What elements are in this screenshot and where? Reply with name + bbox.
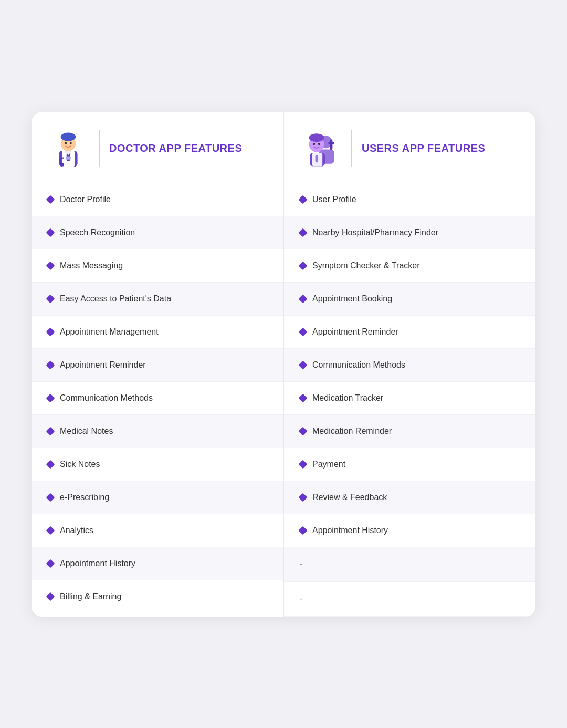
svg-rect-12 [328, 142, 334, 144]
doctor-feature-item: Analytics [32, 514, 283, 547]
users-feature-label: Payment [312, 460, 345, 469]
svg-rect-20 [316, 155, 318, 162]
users-feature-label: Appointment History [312, 526, 388, 535]
users-feature-item: Symptom Checker & Tracker [284, 249, 536, 283]
users-feature-label: Review & Feedback [312, 493, 387, 502]
doctor-feature-label: Mass Messaging [60, 261, 123, 271]
diamond-icon [299, 393, 308, 402]
users-icon [300, 128, 342, 170]
dash-placeholder: - [300, 594, 303, 605]
doctor-feature-label: Doctor Profile [60, 195, 111, 204]
diamond-icon [299, 460, 308, 469]
dash-placeholder: - [300, 559, 303, 570]
users-feature-item: Appointment Reminder [284, 316, 536, 349]
doctor-feature-item: e-Prescribing [32, 481, 283, 514]
svg-point-13 [330, 147, 333, 150]
svg-rect-8 [66, 156, 71, 159]
doctor-feature-label: e-Prescribing [60, 493, 109, 502]
users-feature-label: Nearby Hospital/Pharmacy Finder [312, 228, 438, 237]
diamond-icon [299, 327, 308, 336]
doctor-column: DOCTOR APP FEATURES Doctor ProfileSpeech… [32, 112, 284, 617]
doctor-feature-label: Appointment Reminder [60, 360, 146, 370]
users-feature-item: Appointment History [284, 514, 536, 547]
doctor-feature-item: Doctor Profile [32, 183, 283, 216]
users-feature-list: User ProfileNearby Hospital/Pharmacy Fin… [284, 183, 536, 617]
diamond-icon [299, 228, 308, 237]
users-feature-label: Communication Methods [312, 360, 405, 370]
users-header: USERS APP FEATURES [284, 112, 536, 183]
diamond-icon [299, 427, 308, 435]
diamond-icon [46, 460, 55, 469]
doctor-header-divider [99, 130, 100, 167]
doctor-feature-label: Communication Methods [60, 393, 153, 403]
doctor-feature-list: Doctor ProfileSpeech RecognitionMass Mes… [32, 183, 283, 613]
diamond-icon [299, 195, 308, 204]
users-feature-label: Symptom Checker & Tracker [312, 261, 420, 271]
users-feature-item: Review & Feedback [284, 481, 536, 514]
diamond-icon [299, 261, 308, 270]
diamond-icon [46, 360, 55, 369]
users-feature-label: Appointment Reminder [312, 327, 398, 337]
users-feature-item: Medication Tracker [284, 382, 536, 415]
doctor-header: DOCTOR APP FEATURES [32, 112, 283, 183]
doctor-feature-label: Analytics [60, 526, 93, 535]
doctor-feature-item: Sick Notes [32, 448, 283, 481]
users-feature-label: Appointment Booking [312, 294, 392, 304]
main-card: DOCTOR APP FEATURES Doctor ProfileSpeech… [32, 112, 536, 617]
diamond-icon [46, 559, 55, 568]
diamond-icon [46, 195, 55, 204]
doctor-feature-item: Appointment Reminder [32, 349, 283, 382]
svg-point-5 [65, 142, 67, 144]
users-column: USERS APP FEATURES User ProfileNearby Ho… [284, 112, 536, 617]
doctor-icon [47, 128, 89, 170]
diamond-icon [299, 493, 308, 502]
doctor-feature-label: Speech Recognition [60, 228, 135, 237]
users-feature-label: Medication Tracker [312, 393, 383, 403]
users-feature-item: - [284, 582, 536, 617]
users-feature-item: - [284, 547, 536, 582]
diamond-icon [46, 327, 55, 336]
doctor-header-title: DOCTOR APP FEATURES [109, 142, 242, 154]
doctor-feature-label: Appointment History [60, 559, 135, 568]
diamond-icon [46, 294, 55, 303]
doctor-feature-label: Appointment Management [60, 327, 159, 337]
users-feature-label: Medication Reminder [312, 427, 392, 436]
diamond-icon [46, 228, 55, 237]
users-feature-label: User Profile [312, 195, 356, 204]
diamond-icon [46, 592, 55, 601]
svg-point-15 [309, 133, 324, 142]
svg-rect-11 [330, 139, 333, 149]
svg-point-7 [61, 163, 64, 166]
diamond-icon [46, 493, 55, 502]
columns-container: DOCTOR APP FEATURES Doctor ProfileSpeech… [32, 112, 536, 617]
users-feature-item: Medication Reminder [284, 415, 536, 448]
diamond-icon [46, 393, 55, 402]
users-header-title: USERS APP FEATURES [362, 142, 485, 154]
users-feature-item: Payment [284, 448, 536, 481]
doctor-feature-item: Mass Messaging [32, 249, 283, 283]
diamond-icon [46, 427, 55, 435]
doctor-feature-label: Sick Notes [60, 460, 100, 469]
diamond-icon [299, 294, 308, 303]
doctor-feature-item: Communication Methods [32, 382, 283, 415]
diamond-icon [299, 526, 308, 535]
users-header-divider [351, 130, 352, 167]
users-feature-item: User Profile [284, 183, 536, 216]
diamond-icon [46, 261, 55, 270]
doctor-feature-item: Medical Notes [32, 415, 283, 448]
svg-point-17 [318, 143, 320, 145]
doctor-feature-item: Easy Access to Patient's Data [32, 283, 283, 316]
svg-point-4 [61, 132, 76, 141]
doctor-feature-label: Easy Access to Patient's Data [60, 294, 171, 304]
svg-point-6 [70, 142, 72, 144]
users-feature-item: Appointment Booking [284, 283, 536, 316]
doctor-feature-item: Appointment Management [32, 316, 283, 349]
doctor-feature-item: Billing & Earning [32, 580, 283, 613]
doctor-feature-label: Medical Notes [60, 427, 113, 436]
svg-point-16 [313, 143, 315, 145]
users-feature-item: Nearby Hospital/Pharmacy Finder [284, 216, 536, 249]
users-feature-item: Communication Methods [284, 349, 536, 382]
diamond-icon [46, 526, 55, 535]
doctor-feature-item: Speech Recognition [32, 216, 283, 249]
diamond-icon [299, 360, 308, 369]
